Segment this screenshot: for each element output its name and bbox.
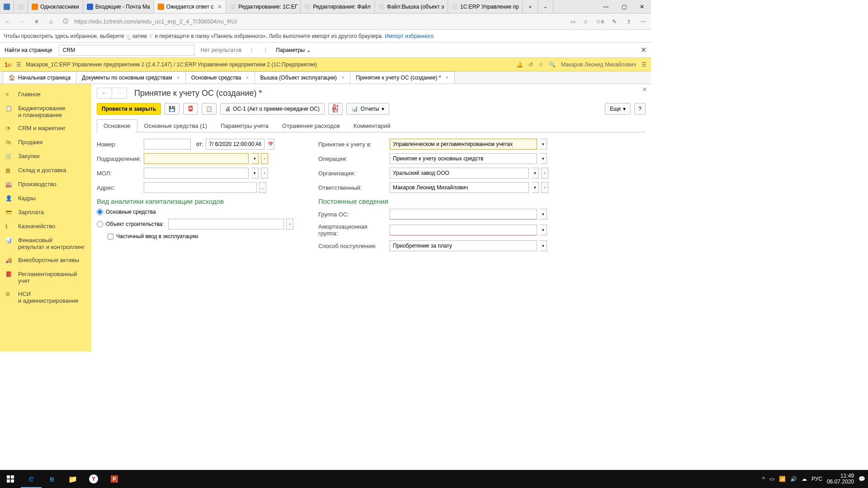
reader-icon[interactable]: ▭ bbox=[569, 18, 577, 26]
home-button[interactable]: ⌂ bbox=[47, 18, 55, 26]
new-tab[interactable]: + bbox=[523, 0, 538, 13]
date-picker-icon[interactable]: 📅 bbox=[267, 139, 274, 150]
sidenav-item[interactable]: 🚚Внеоборотные активы bbox=[0, 253, 91, 267]
system-tab-1[interactable] bbox=[0, 0, 14, 13]
share-icon[interactable]: ⇪ bbox=[625, 18, 633, 26]
doc-tab[interactable]: Отражение расходов bbox=[275, 119, 347, 132]
find-next[interactable]: ⟩ bbox=[262, 47, 269, 53]
close-page[interactable]: ✕ bbox=[642, 86, 647, 93]
inp-group[interactable] bbox=[390, 209, 537, 220]
org-dd[interactable]: ▾ bbox=[532, 168, 539, 178]
user-name[interactable]: Макаров Леонид Михайлович bbox=[561, 61, 636, 68]
favorite-icon[interactable]: ☆ bbox=[581, 18, 590, 26]
minimize-button[interactable]: — bbox=[597, 0, 615, 13]
browser-tab[interactable]: Редактирование: 1С:ЕГ bbox=[226, 0, 301, 13]
notes-icon[interactable]: ✎ bbox=[610, 18, 618, 26]
way-dd[interactable]: ▾ bbox=[540, 240, 547, 251]
sidenav-item[interactable]: 🛒Закупки bbox=[0, 150, 91, 164]
reports-button[interactable]: 📊 Отчеты ▾ bbox=[346, 103, 389, 115]
post-button[interactable]: 📮 bbox=[183, 103, 198, 115]
accept-dd[interactable]: ▾ bbox=[540, 139, 547, 150]
radio-build[interactable]: Объект строительства: bbox=[97, 221, 164, 227]
inp-build[interactable] bbox=[168, 219, 284, 230]
inp-addr[interactable] bbox=[144, 182, 257, 193]
inp-date[interactable] bbox=[206, 139, 264, 150]
dept-open[interactable]: ▫ bbox=[261, 153, 268, 164]
sidenav-item[interactable]: 🏭Производство bbox=[0, 178, 91, 192]
sidenav-item[interactable]: ◔CRM и маркетинг bbox=[0, 122, 91, 136]
help-button[interactable]: ? bbox=[634, 103, 646, 115]
menu-icon[interactable]: ⋯ bbox=[639, 18, 647, 26]
app-tab[interactable]: 🏠Начальная страница bbox=[3, 71, 76, 84]
history-icon[interactable]: ↺ bbox=[528, 61, 533, 68]
dtdk-button[interactable]: ДтКт bbox=[328, 103, 343, 115]
site-info-icon[interactable]: ⓘ bbox=[61, 18, 70, 26]
op-dd[interactable]: ▾ bbox=[540, 153, 547, 164]
bell-icon[interactable]: 🔔 bbox=[516, 61, 523, 68]
sidenav-item[interactable]: ⚙НСИи администрирование bbox=[0, 287, 91, 307]
addr-open[interactable]: … bbox=[259, 182, 266, 193]
org-open[interactable]: ▫ bbox=[541, 168, 548, 178]
browser-tab[interactable]: Ожидается ответ с✕ bbox=[154, 0, 226, 13]
app-settings-icon[interactable]: ☰ bbox=[642, 61, 646, 68]
forward-button[interactable]: → bbox=[18, 18, 26, 26]
sidenav-item[interactable]: 💳Зарплата bbox=[0, 206, 91, 220]
os1-button[interactable]: 🖨 ОС-1 (Акт о приеме-передаче ОС) bbox=[220, 103, 325, 115]
doc-tab[interactable]: Основное bbox=[97, 119, 137, 132]
url-input[interactable] bbox=[74, 18, 564, 25]
group-dd[interactable]: ▾ bbox=[540, 209, 547, 220]
star-icon[interactable]: ☆ bbox=[538, 61, 543, 68]
inp-dept[interactable] bbox=[144, 153, 249, 164]
process-close-button[interactable]: Провести и закрыть bbox=[97, 103, 161, 115]
app-tab[interactable]: Основные средства× bbox=[186, 71, 255, 84]
close-window-button[interactable]: ✕ bbox=[633, 0, 651, 13]
stop-button[interactable]: ✕ bbox=[33, 18, 41, 26]
mol-open[interactable]: ▫ bbox=[261, 168, 268, 178]
resp-open[interactable]: ▫ bbox=[541, 182, 548, 193]
doc-tab[interactable]: Основные средства (1) bbox=[137, 119, 214, 132]
browser-tab[interactable]: Одноклассники bbox=[28, 0, 83, 13]
browser-tab[interactable]: Файл:Вышка (объект э bbox=[375, 0, 448, 13]
amort-dd[interactable]: ▾ bbox=[540, 225, 547, 235]
sidenav-item[interactable]: 📕Регламентированныйучет bbox=[0, 267, 91, 287]
inp-org[interactable] bbox=[390, 168, 529, 178]
back-button[interactable]: ← bbox=[4, 18, 12, 26]
browser-tab[interactable]: Входящие - Почта Ма bbox=[83, 0, 154, 13]
import-favorites-link[interactable]: Импорт избранного bbox=[385, 33, 434, 39]
sidenav-item[interactable]: ℹКазначейство bbox=[0, 220, 91, 234]
sidenav-item[interactable]: ▦Склад и доставка bbox=[0, 164, 91, 178]
find-input[interactable] bbox=[59, 45, 194, 56]
mol-dd[interactable]: ▾ bbox=[251, 168, 259, 178]
system-tab-2[interactable] bbox=[14, 0, 28, 13]
inp-amort[interactable] bbox=[390, 225, 537, 235]
find-prev[interactable]: ⟨ bbox=[248, 47, 255, 53]
app-tab[interactable]: Документы по основным средствам× bbox=[76, 71, 186, 84]
browser-tab[interactable]: Редактирование: Файл bbox=[301, 0, 375, 13]
build-open[interactable]: ▫ bbox=[286, 219, 293, 230]
doc-tab[interactable]: Комментарий bbox=[347, 119, 397, 132]
save-button[interactable]: 💾 bbox=[165, 103, 179, 115]
inp-resp[interactable] bbox=[390, 182, 529, 193]
browser-tab[interactable]: 1С:ERP Управление пр bbox=[448, 0, 523, 13]
sidenav-item[interactable]: 🛍Продажи bbox=[0, 136, 91, 150]
inp-accept[interactable] bbox=[390, 139, 537, 150]
inp-number[interactable] bbox=[144, 139, 191, 150]
chk-partial[interactable]: Частичный ввод в эксплуатацию bbox=[108, 233, 300, 239]
page-back[interactable]: ← bbox=[97, 88, 112, 98]
tab-overview[interactable]: ⌄ bbox=[538, 0, 553, 13]
find-close[interactable]: ✕ bbox=[641, 46, 646, 54]
app-tab[interactable]: Вышка (Объект эксплуатации)× bbox=[255, 71, 351, 84]
sidenav-item[interactable]: 📋Бюджетированиеи планирование bbox=[0, 102, 91, 122]
app-tab[interactable]: Принятие к учету ОС (создание) *× bbox=[350, 71, 454, 84]
inp-op[interactable] bbox=[390, 153, 537, 164]
sidenav-item[interactable]: 📊Финансовыйрезультат и контроллинг bbox=[0, 234, 91, 253]
sidenav-item[interactable]: ≡Главное bbox=[0, 88, 91, 102]
more-button[interactable]: Еще ▾ bbox=[605, 103, 631, 115]
copy-button[interactable]: 📋 bbox=[202, 103, 217, 115]
doc-tab[interactable]: Параметры учета bbox=[214, 119, 275, 132]
inp-mol[interactable] bbox=[144, 168, 249, 178]
find-params[interactable]: Параметры ⌄ bbox=[276, 47, 311, 53]
radio-os[interactable]: Основные средства bbox=[97, 209, 300, 215]
app-menu-icon[interactable]: ☰ bbox=[16, 61, 21, 68]
inp-way[interactable] bbox=[390, 240, 537, 251]
